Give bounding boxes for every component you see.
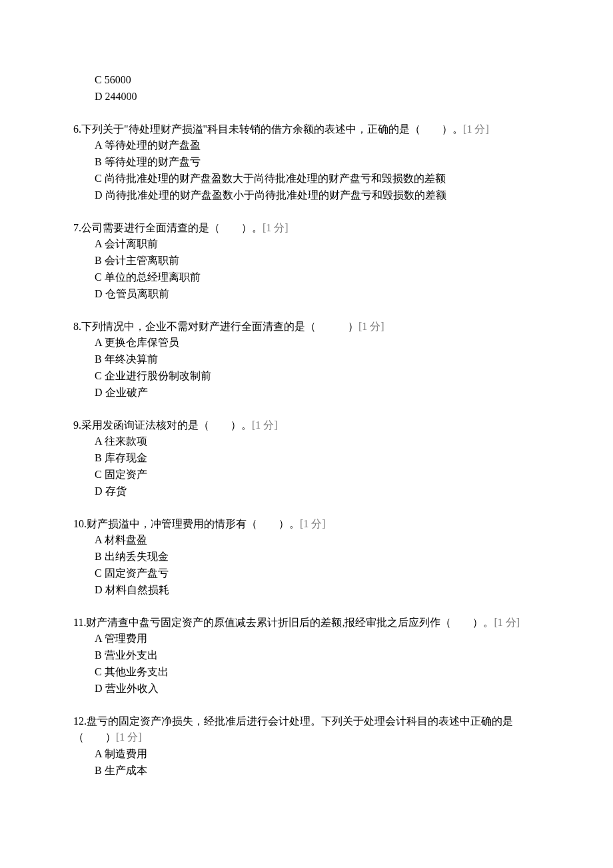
question-stem: 8.下列情况中，企业不需对财产进行全面清查的是（ ）	[73, 321, 358, 332]
question-points: [1 分]	[494, 617, 520, 628]
question-11: 11.财产清查中盘亏固定资产的原值减去累计折旧后的差额,报经审批之后应列作（ ）…	[73, 615, 540, 697]
question-option: C 其他业务支出	[73, 664, 540, 681]
question-option: D 营业外收入	[73, 681, 540, 697]
question-option: D 材料自然损耗	[73, 582, 540, 599]
question-12: 12.盘亏的固定资产净损失，经批准后进行会计处理。下列关于处理会计科目的表述中正…	[73, 713, 540, 779]
question-option: D 仓管员离职前	[73, 286, 540, 303]
question-option: A 等待处理的财产盘盈	[73, 137, 540, 154]
question-9: 9.采用发函询证法核对的是（ ）。[1 分] A 往来款项 B 库存现金 C 固…	[73, 417, 540, 500]
question-option: A 会计离职前	[73, 236, 540, 253]
question-option: B 会计主管离职前	[73, 253, 540, 269]
question-option: B 出纳丢失现金	[73, 549, 540, 565]
question-option: A 往来款项	[73, 433, 540, 450]
question-option: C 尚待批准处理的财产盘盈数大于尚待批准处理的财产盘亏和毁损数的差额	[73, 171, 540, 187]
question-6: 6.下列关于"待处理财产损溢"科目未转销的借方余额的表述中，正确的是（ ）。[1…	[73, 121, 540, 204]
question-stem: 10.财产损溢中，冲管理费用的情形有（ ）。	[73, 518, 300, 529]
question-option: B 生产成本	[73, 763, 540, 779]
question-stem: 9.采用发函询证法核对的是（ ）。	[73, 419, 252, 431]
question-option: B 库存现金	[73, 450, 540, 467]
question-option: D 存货	[73, 483, 540, 500]
prev-question-option: D 244000	[73, 89, 540, 105]
question-stem: 6.下列关于"待处理财产损溢"科目未转销的借方余额的表述中，正确的是（ ）。	[73, 123, 463, 135]
question-points: [1 分]	[358, 321, 384, 332]
question-points: [1 分]	[300, 518, 326, 529]
question-option: A 制造费用	[73, 746, 540, 763]
question-option: C 单位的总经理离职前	[73, 269, 540, 286]
question-option: C 企业进行股份制改制前	[73, 368, 540, 385]
prev-question-option: C 56000	[73, 72, 540, 89]
question-points: [1 分]	[263, 222, 289, 233]
question-option: D 尚待批准处理的财产盘盈数小于尚待批准处理的财产盘亏和毁损数的差额	[73, 187, 540, 204]
question-10: 10.财产损溢中，冲管理费用的情形有（ ）。[1 分] A 材料盘盈 B 出纳丢…	[73, 516, 540, 599]
question-option: B 营业外支出	[73, 647, 540, 664]
question-points: [1 分]	[252, 419, 278, 431]
question-option: D 企业破产	[73, 385, 540, 401]
question-option: A 材料盘盈	[73, 532, 540, 549]
question-stem: 7.公司需要进行全面清查的是（ ）。	[73, 222, 263, 233]
question-option: C 固定资产盘亏	[73, 565, 540, 582]
question-7: 7.公司需要进行全面清查的是（ ）。[1 分] A 会计离职前 B 会计主管离职…	[73, 220, 540, 303]
question-option: B 等待处理的财产盘亏	[73, 154, 540, 171]
question-points: [1 分]	[463, 123, 489, 135]
question-points: [1 分]	[116, 731, 142, 743]
question-option: A 管理费用	[73, 631, 540, 647]
question-option: A 更换仓库保管员	[73, 335, 540, 351]
question-option: C 固定资产	[73, 467, 540, 483]
question-option: B 年终决算前	[73, 351, 540, 368]
document-page: C 56000 D 244000 6.下列关于"待处理财产损溢"科目未转销的借方…	[0, 0, 613, 868]
question-8: 8.下列情况中，企业不需对财产进行全面清查的是（ ）[1 分] A 更换仓库保管…	[73, 319, 540, 401]
question-stem: 11.财产清查中盘亏固定资产的原值减去累计折旧后的差额,报经审批之后应列作（ ）…	[73, 617, 494, 628]
